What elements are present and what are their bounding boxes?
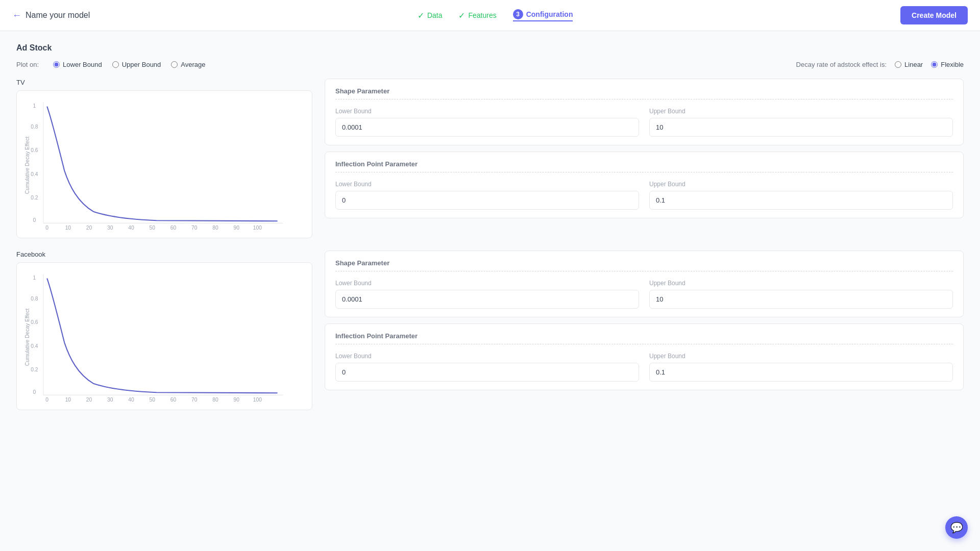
facebook-chart-col: Facebook 1 0.8 0.6 0.4 0.2 0 Cumulative … bbox=[16, 251, 312, 410]
model-name-title: Name your model bbox=[26, 11, 90, 20]
facebook-param-col: Shape Parameter Lower Bound Upper Bound … bbox=[325, 251, 964, 410]
svg-text:0.8: 0.8 bbox=[31, 296, 38, 302]
svg-text:0: 0 bbox=[33, 389, 36, 395]
svg-text:10: 10 bbox=[65, 225, 71, 231]
facebook-inflection-upper-label: Upper Bound bbox=[649, 353, 953, 360]
back-arrow[interactable]: ← bbox=[12, 10, 21, 21]
decay-rate-label: Decay rate of adstock effect is: bbox=[796, 61, 887, 68]
tv-param-col: Shape Parameter Lower Bound Upper Bound … bbox=[325, 79, 964, 238]
tv-shape-param-title: Shape Parameter bbox=[335, 87, 953, 99]
svg-text:0.4: 0.4 bbox=[31, 343, 38, 349]
radio-flexible-input[interactable] bbox=[931, 61, 938, 68]
step-num-configuration: 3 bbox=[513, 9, 523, 19]
tv-chart: 1 0.8 0.6 0.4 0.2 0 Cumulative Decay Eff… bbox=[16, 90, 312, 238]
facebook-inflection-upper-input[interactable] bbox=[649, 363, 953, 382]
radio-upper-bound-input[interactable] bbox=[112, 61, 119, 68]
svg-text:10: 10 bbox=[65, 397, 71, 403]
svg-text:50: 50 bbox=[150, 225, 156, 231]
tv-inflection-param-title: Inflection Point Parameter bbox=[335, 160, 953, 172]
svg-text:70: 70 bbox=[191, 397, 198, 403]
radio-average-text: Average bbox=[181, 61, 205, 68]
chat-icon: 💬 bbox=[950, 521, 963, 534]
svg-text:Time: Time bbox=[145, 405, 157, 406]
facebook-channel-label: Facebook bbox=[16, 251, 312, 258]
check-icon-features: ✓ bbox=[458, 11, 465, 20]
plot-on-group: Plot on: Lower Bound Upper Bound Average bbox=[16, 61, 206, 68]
svg-text:100: 100 bbox=[253, 397, 262, 403]
radio-flexible-text: Flexible bbox=[941, 61, 964, 68]
step-data[interactable]: ✓ Data bbox=[418, 11, 443, 20]
tv-chart-col: TV 1 0.8 0.6 0.4 0.2 0 Cumulative Decay … bbox=[16, 79, 312, 238]
svg-text:100: 100 bbox=[253, 225, 262, 231]
radio-average-input[interactable] bbox=[171, 61, 178, 68]
page-header: ← Name your model ✓ Data ✓ Features 3 Co… bbox=[0, 0, 980, 31]
svg-text:40: 40 bbox=[128, 225, 134, 231]
radio-linear-text: Linear bbox=[904, 61, 923, 68]
section-title: Ad Stock bbox=[16, 43, 964, 53]
radio-upper-bound[interactable]: Upper Bound bbox=[112, 61, 161, 68]
facebook-chart-svg: 1 0.8 0.6 0.4 0.2 0 Cumulative Decay Eff… bbox=[21, 269, 308, 406]
step-configuration[interactable]: 3 Configuration bbox=[513, 9, 573, 21]
facebook-shape-upper-input[interactable] bbox=[649, 290, 953, 309]
svg-text:20: 20 bbox=[86, 397, 92, 403]
facebook-chart: 1 0.8 0.6 0.4 0.2 0 Cumulative Decay Eff… bbox=[16, 262, 312, 410]
tv-shape-upper-label: Upper Bound bbox=[649, 108, 953, 115]
step-features-label: Features bbox=[468, 11, 496, 19]
svg-text:1: 1 bbox=[33, 103, 36, 109]
radio-linear-input[interactable] bbox=[895, 61, 901, 68]
tv-inflection-upper-group: Upper Bound bbox=[649, 181, 953, 210]
svg-text:90: 90 bbox=[233, 397, 239, 403]
facebook-inflection-lower-label: Lower Bound bbox=[335, 353, 639, 360]
svg-text:0: 0 bbox=[45, 397, 48, 403]
tv-inflection-lower-group: Lower Bound bbox=[335, 181, 639, 210]
facebook-inflection-lower-input[interactable] bbox=[335, 363, 639, 382]
tv-inflection-lower-input[interactable] bbox=[335, 191, 639, 210]
svg-text:0: 0 bbox=[33, 217, 36, 223]
header-left: ← Name your model bbox=[12, 10, 90, 21]
radio-flexible[interactable]: Flexible bbox=[931, 61, 964, 68]
svg-text:0: 0 bbox=[45, 225, 48, 231]
radio-linear[interactable]: Linear bbox=[895, 61, 923, 68]
svg-text:20: 20 bbox=[86, 225, 92, 231]
svg-text:50: 50 bbox=[150, 397, 156, 403]
svg-text:Cumulative Decay Effect: Cumulative Decay Effect bbox=[24, 309, 30, 366]
tv-shape-upper-input[interactable] bbox=[649, 118, 953, 137]
chat-button[interactable]: 💬 bbox=[945, 516, 968, 539]
svg-text:60: 60 bbox=[170, 397, 177, 403]
svg-text:80: 80 bbox=[212, 397, 218, 403]
facebook-shape-param-title: Shape Parameter bbox=[335, 259, 953, 271]
tv-chart-svg: 1 0.8 0.6 0.4 0.2 0 Cumulative Decay Eff… bbox=[21, 97, 308, 234]
svg-text:0.4: 0.4 bbox=[31, 171, 38, 177]
plot-controls-row: Plot on: Lower Bound Upper Bound Average… bbox=[16, 61, 964, 68]
svg-text:0.2: 0.2 bbox=[31, 195, 38, 201]
create-model-button[interactable]: Create Model bbox=[900, 6, 968, 24]
tv-inflection-upper-label: Upper Bound bbox=[649, 181, 953, 188]
step-data-label: Data bbox=[427, 11, 443, 19]
plot-on-label: Plot on: bbox=[16, 61, 39, 68]
svg-text:40: 40 bbox=[128, 397, 134, 403]
tv-inflection-bounds-row: Lower Bound Upper Bound bbox=[335, 181, 953, 210]
facebook-decay-curve bbox=[47, 279, 277, 393]
facebook-shape-lower-label: Lower Bound bbox=[335, 280, 639, 287]
facebook-shape-upper-group: Upper Bound bbox=[649, 280, 953, 309]
svg-text:0.8: 0.8 bbox=[31, 124, 38, 130]
step-features[interactable]: ✓ Features bbox=[458, 11, 496, 20]
tv-inflection-upper-input[interactable] bbox=[649, 191, 953, 210]
svg-text:70: 70 bbox=[191, 225, 198, 231]
radio-average[interactable]: Average bbox=[171, 61, 205, 68]
tv-channel-row: TV 1 0.8 0.6 0.4 0.2 0 Cumulative Decay … bbox=[16, 79, 964, 238]
svg-text:1: 1 bbox=[33, 275, 36, 281]
facebook-shape-lower-input[interactable] bbox=[335, 290, 639, 309]
facebook-inflection-lower-group: Lower Bound bbox=[335, 353, 639, 382]
decay-rate-controls: Decay rate of adstock effect is: Linear … bbox=[796, 61, 964, 68]
radio-lower-bound[interactable]: Lower Bound bbox=[53, 61, 102, 68]
radio-lower-bound-input[interactable] bbox=[53, 61, 60, 68]
facebook-inflection-param-title: Inflection Point Parameter bbox=[335, 332, 953, 344]
svg-text:Cumulative Decay Effect: Cumulative Decay Effect bbox=[24, 137, 30, 194]
svg-text:30: 30 bbox=[107, 397, 113, 403]
svg-text:0.2: 0.2 bbox=[31, 367, 38, 372]
svg-text:30: 30 bbox=[107, 225, 113, 231]
tv-shape-param-panel: Shape Parameter Lower Bound Upper Bound bbox=[325, 79, 964, 145]
radio-upper-bound-text: Upper Bound bbox=[122, 61, 161, 68]
tv-shape-lower-input[interactable] bbox=[335, 118, 639, 137]
